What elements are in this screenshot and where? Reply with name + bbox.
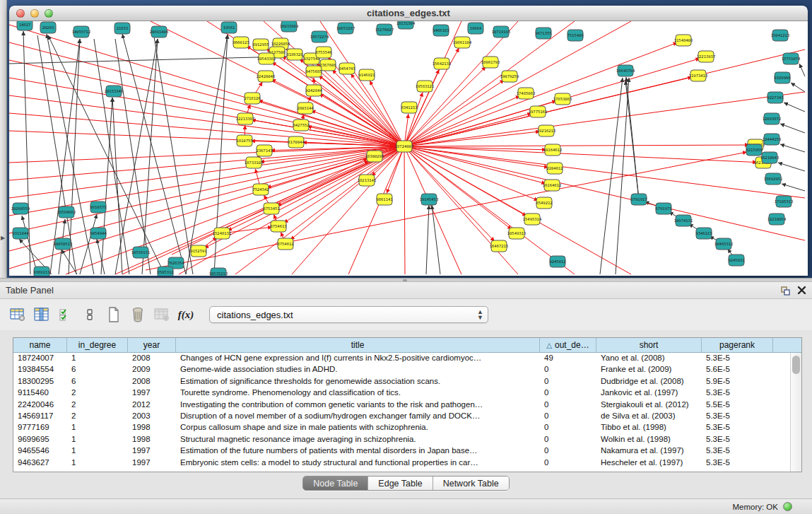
column-header-out_de[interactable]: △out_de…	[540, 338, 596, 352]
network-node-yellow[interactable]: 18724007	[395, 141, 414, 152]
network-node-yellow[interactable]: 18961793	[481, 57, 500, 68]
table-row[interactable]: 911546021997Tourette syndrome. Phenomeno…	[13, 387, 790, 399]
select-columns-button[interactable]	[55, 305, 76, 325]
column-header-title[interactable]: title	[176, 338, 540, 352]
network-node-yellow[interactable]: 8454743	[339, 63, 355, 74]
network-node-yellow[interactable]: 19861104	[453, 37, 472, 48]
scrollbar-thumb[interactable]	[792, 356, 800, 374]
network-node-yellow[interactable]: 18733103	[245, 157, 264, 168]
network-node-teal[interactable]: 19561	[221, 22, 237, 33]
network-node-yellow[interactable]: 10543382	[257, 53, 276, 64]
citation-edge-black[interactable]	[782, 184, 805, 191]
network-node-teal[interactable]: 14627	[17, 21, 33, 30]
network-node-yellow[interactable]: 11973413	[689, 70, 708, 81]
network-node-yellow[interactable]: 8753546	[315, 47, 331, 58]
network-node-yellow[interactable]: 12213387	[236, 113, 255, 124]
network-node-yellow[interactable]: 19775161	[529, 106, 548, 117]
network-node-teal[interactable]: 16033809	[280, 21, 299, 32]
network-node-teal[interactable]: 6791971	[655, 203, 671, 214]
network-node-yellow[interactable]: 10549313	[507, 228, 526, 239]
citation-edge-red[interactable]	[115, 161, 369, 274]
network-node-teal[interactable]: 10556131	[131, 247, 151, 258]
network-node-teal[interactable]: 9466163	[433, 25, 449, 36]
network-window-titlebar[interactable]: citations_edges.txt	[9, 6, 808, 21]
network-node-yellow[interactable]: 9861141	[376, 194, 392, 205]
network-node-teal[interactable]: 20260559	[11, 203, 30, 214]
network-node-yellow[interactable]: 2718126	[244, 93, 260, 104]
table-row[interactable]: 1872400712008Changes of HCN gene express…	[13, 353, 790, 364]
network-node-yellow[interactable]: 2204612	[546, 163, 563, 174]
network-node-teal[interactable]: 8215958	[746, 144, 762, 156]
citation-edge-red[interactable]	[179, 146, 404, 274]
network-node-yellow[interactable]: 22420046	[257, 71, 276, 82]
network-node-teal[interactable]: 16210643	[760, 152, 779, 163]
network-node-yellow[interactable]: 1810755	[236, 135, 252, 146]
network-node-teal[interactable]: 20891406	[150, 26, 169, 37]
network-node-yellow[interactable]: 2803144	[297, 103, 314, 114]
citation-edge-red[interactable]	[404, 92, 805, 146]
network-node-yellow[interactable]: 9146821	[358, 69, 375, 81]
network-node-yellow[interactable]: 15248131	[213, 228, 232, 239]
network-node-teal[interactable]: 20153346	[105, 86, 124, 97]
table-row[interactable]: 977716911998Corpus callosum shape and si…	[13, 422, 790, 433]
citation-edge-black[interactable]	[97, 239, 105, 274]
network-node-yellow[interactable]: 19583121	[416, 81, 435, 92]
citation-edge-black[interactable]	[122, 34, 186, 274]
network-node-teal[interactable]: 10535213	[209, 268, 228, 276]
network-node-teal[interactable]: 20050513	[54, 238, 73, 250]
table-row[interactable]: 1830029562008Estimation of significance …	[13, 376, 790, 387]
network-node-yellow[interactable]: 8754613	[270, 221, 286, 232]
network-node-teal[interactable]: 19145453	[420, 194, 439, 205]
table-row[interactable]: 969969511998Structural magnetic resonanc…	[13, 434, 790, 445]
network-node-yellow[interactable]: 8549212	[536, 197, 552, 209]
network-node-yellow[interactable]: 18300295	[365, 151, 384, 162]
network-node-yellow[interactable]: 19079259	[500, 71, 519, 82]
float-panel-icon[interactable]	[780, 286, 790, 296]
citation-edge-red[interactable]	[292, 146, 404, 274]
citation-edge-red[interactable]	[404, 93, 423, 146]
network-node-teal[interactable]: 8791917	[630, 194, 647, 205]
table-settings-button[interactable]	[7, 305, 28, 325]
zoom-window-button[interactable]	[45, 9, 53, 18]
function-builder-button[interactable]: f(x)	[175, 305, 196, 325]
citation-edge-red[interactable]	[290, 146, 404, 240]
citation-edge-red[interactable]	[404, 146, 805, 240]
network-node-teal[interactable]: 15276027	[375, 24, 394, 35]
citation-edge-red[interactable]	[319, 76, 404, 146]
network-node-yellow[interactable]: 16164612	[543, 180, 562, 191]
tab-edge-table[interactable]: Edge Table	[368, 477, 433, 490]
network-node-yellow[interactable]: 9152591	[190, 245, 206, 257]
network-node-teal[interactable]: 12210054	[767, 214, 787, 225]
network-node-teal[interactable]: 18572274	[310, 31, 329, 42]
citation-edge-black[interactable]	[112, 98, 122, 274]
tab-node-table[interactable]: Node Table	[303, 477, 368, 490]
column-header-in_degree[interactable]: in_degree	[67, 338, 128, 352]
citation-edge-red[interactable]	[9, 78, 404, 146]
citation-edge-red[interactable]	[404, 146, 461, 274]
citation-edge-red[interactable]	[284, 146, 404, 223]
network-node-teal[interactable]: 15751074	[782, 53, 801, 64]
network-node-teal[interactable]: 8505312	[157, 267, 173, 276]
network-node-teal[interactable]: 19664	[468, 23, 483, 34]
tab-network-table[interactable]: Network Table	[433, 477, 509, 490]
network-node-yellow[interactable]: 10164612	[543, 144, 563, 156]
citation-edge-black[interactable]	[780, 144, 805, 152]
citation-edge-black[interactable]	[791, 83, 805, 92]
network-node-yellow[interactable]: 2367608	[319, 59, 336, 71]
citation-edge-red[interactable]	[404, 21, 631, 146]
citation-edge-black[interactable]	[778, 163, 805, 171]
table-row[interactable]: 1938455462009Genome-wide association stu…	[13, 364, 790, 375]
table-row[interactable]: 946554611997Estimation of the future num…	[13, 445, 790, 457]
network-node-yellow[interactable]: 8912955	[252, 39, 269, 50]
citation-edge-black[interactable]	[780, 124, 805, 133]
network-node-teal[interactable]: 9329966	[774, 72, 790, 83]
citation-edge-red[interactable]	[9, 146, 404, 216]
citation-edge-red[interactable]	[404, 146, 518, 274]
network-node-yellow[interactable]: 12213937	[697, 51, 716, 62]
network-node-yellow[interactable]: 8170044	[288, 136, 305, 148]
row-options-button[interactable]	[79, 305, 100, 325]
network-node-teal[interactable]: 10465312	[714, 238, 734, 250]
network-node-yellow[interactable]: 19216213	[537, 125, 556, 136]
column-header-name[interactable]: name	[13, 338, 67, 352]
citation-edge-red[interactable]	[404, 146, 805, 198]
